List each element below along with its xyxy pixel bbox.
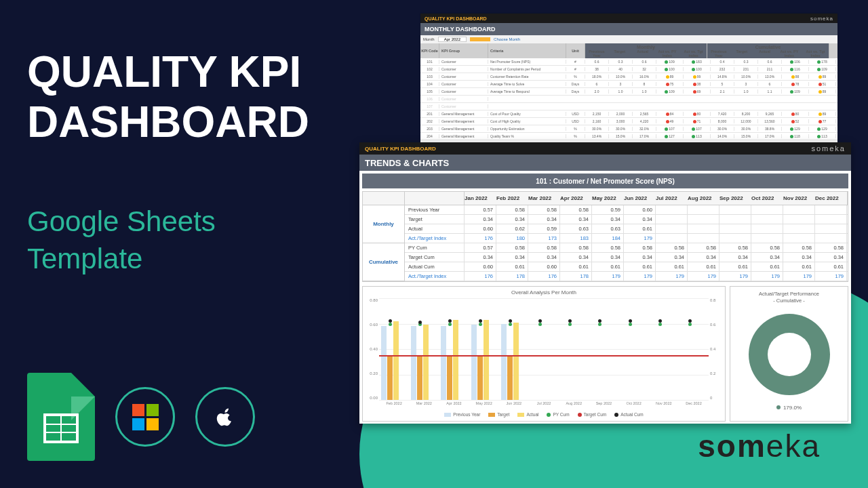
apple-icon xyxy=(195,387,255,447)
donut-chart: Actual/Target Performance- Cumulative - … xyxy=(730,286,848,422)
screenshot-monthly-dashboard: QUALITY KPI DASHBOARDsomeka MONTHLY DASH… xyxy=(420,14,837,149)
platform-icons xyxy=(27,373,255,461)
main-title: QUALITY KPI DASHBOARD xyxy=(27,47,309,147)
google-sheets-icon xyxy=(27,373,95,461)
windows-icon xyxy=(115,387,175,447)
chart-legend: Previous Year Target Actual PY Cum Targe… xyxy=(366,412,722,417)
kpi-table-rows: 101CustomerNet Promoter Score (NPS)# 0.6… xyxy=(420,58,837,140)
subtitle: Google Sheets Template xyxy=(27,203,216,277)
brand-logo: someka xyxy=(698,428,821,464)
trend-table: Jan 2022Feb 2022Mar 2022Apr 2022May 2022… xyxy=(362,191,848,282)
screenshot-trends-charts: QUALITY KPI DASHBOARDsomeka TRENDS & CHA… xyxy=(359,142,851,424)
overall-analysis-chart: Overall Analysis Per Month 0.800.600.400… xyxy=(362,286,726,422)
